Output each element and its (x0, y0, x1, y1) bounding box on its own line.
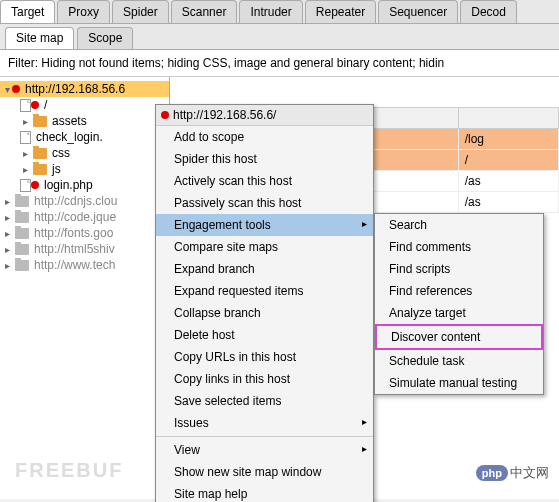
vuln-dot-icon (31, 181, 39, 189)
menu-compare-sitemaps[interactable]: Compare site maps (156, 236, 373, 258)
php-badge: php 中文网 (476, 464, 549, 482)
vuln-dot-icon (31, 101, 39, 109)
menu-separator (156, 436, 373, 437)
tree-item[interactable]: ▸ assets (0, 113, 169, 129)
tree-label: js (52, 162, 61, 176)
menu-title: http://192.168.56.6/ (156, 105, 373, 126)
menu-expand-branch[interactable]: Expand branch (156, 258, 373, 280)
col-path[interactable] (458, 108, 558, 129)
menu-sitemap-help[interactable]: Site map help (156, 483, 373, 502)
tab-proxy[interactable]: Proxy (57, 0, 110, 23)
submenu-find-comments[interactable]: Find comments (375, 236, 543, 258)
tree-label: http://cdnjs.clou (34, 194, 117, 208)
expand-icon[interactable]: ▸ (2, 260, 12, 271)
menu-spider-host[interactable]: Spider this host (156, 148, 373, 170)
tab-spider[interactable]: Spider (112, 0, 169, 23)
watermark: FREEBUF (15, 459, 123, 482)
submenu-find-scripts[interactable]: Find scripts (375, 258, 543, 280)
tab-sequencer[interactable]: Sequencer (378, 0, 458, 23)
tree-label: http://www.tech (34, 258, 115, 272)
tree-item[interactable]: ▸ css (0, 145, 169, 161)
filter-bar[interactable]: Filter: Hiding not found items; hiding C… (0, 50, 559, 77)
file-icon (20, 131, 31, 144)
expand-icon[interactable]: ▸ (2, 244, 12, 255)
tree-label: assets (52, 114, 87, 128)
folder-icon (15, 260, 29, 271)
folder-icon (33, 116, 47, 127)
expand-icon[interactable]: ▸ (20, 164, 30, 175)
tree-label: login.php (44, 178, 93, 192)
folder-icon (15, 228, 29, 239)
submenu-find-references[interactable]: Find references (375, 280, 543, 302)
tree-host[interactable]: ▸ http://cdnjs.clou (0, 193, 169, 209)
folder-icon (15, 196, 29, 207)
tree-label: http://html5shiv (34, 242, 115, 256)
tree-item[interactable]: login.php (0, 177, 169, 193)
menu-save-selected[interactable]: Save selected items (156, 390, 373, 412)
tree-host[interactable]: ▸ http://www.tech (0, 257, 169, 273)
expand-icon[interactable]: ▸ (2, 196, 12, 207)
expand-icon[interactable]: ▸ (2, 212, 12, 223)
submenu-discover-content[interactable]: Discover content (375, 324, 543, 350)
menu-new-sitemap-window[interactable]: Show new site map window (156, 461, 373, 483)
tab-target[interactable]: Target (0, 0, 55, 23)
menu-copy-links[interactable]: Copy links in this host (156, 368, 373, 390)
tab-sitemap[interactable]: Site map (5, 27, 74, 49)
tab-intruder[interactable]: Intruder (239, 0, 302, 23)
vuln-dot-icon (12, 85, 20, 93)
menu-issues[interactable]: Issues (156, 412, 373, 434)
menu-delete-host[interactable]: Delete host (156, 324, 373, 346)
engagement-submenu: Search Find comments Find scripts Find r… (374, 213, 544, 395)
tree-label: css (52, 146, 70, 160)
tree-host[interactable]: ▸ http://fonts.goo (0, 225, 169, 241)
expand-icon[interactable]: ▸ (2, 228, 12, 239)
folder-icon (33, 148, 47, 159)
tree-label: http://fonts.goo (34, 226, 113, 240)
sub-tabs: Site map Scope (0, 24, 559, 50)
expand-icon[interactable]: ▸ (20, 116, 30, 127)
tab-scope[interactable]: Scope (77, 27, 133, 49)
main-tabs: Target Proxy Spider Scanner Intruder Rep… (0, 0, 559, 24)
menu-add-to-scope[interactable]: Add to scope (156, 126, 373, 148)
submenu-simulate-manual[interactable]: Simulate manual testing (375, 372, 543, 394)
file-icon (20, 179, 31, 192)
tree-host[interactable]: ▸ http://html5shiv (0, 241, 169, 257)
submenu-schedule-task[interactable]: Schedule task (375, 350, 543, 372)
tree-item[interactable]: check_login. (0, 129, 169, 145)
vuln-dot-icon (161, 111, 169, 119)
menu-passive-scan[interactable]: Passively scan this host (156, 192, 373, 214)
folder-icon (33, 164, 47, 175)
file-icon (20, 99, 31, 112)
php-badge-text: 中文网 (510, 464, 549, 482)
tab-scanner[interactable]: Scanner (171, 0, 238, 23)
tree-label: http://code.jque (34, 210, 116, 224)
php-logo-icon: php (476, 465, 508, 481)
menu-collapse-branch[interactable]: Collapse branch (156, 302, 373, 324)
tree-label: http://192.168.56.6 (25, 82, 125, 96)
submenu-analyze-target[interactable]: Analyze target (375, 302, 543, 324)
site-tree: ▾ http://192.168.56.6 / ▸ assets check_l… (0, 77, 170, 499)
collapse-icon[interactable]: ▾ (2, 84, 12, 95)
context-menu: http://192.168.56.6/ Add to scope Spider… (155, 104, 374, 502)
tree-label: check_login. (36, 130, 103, 144)
tab-decoder[interactable]: Decod (460, 0, 517, 23)
expand-icon[interactable]: ▸ (20, 148, 30, 159)
menu-expand-requested[interactable]: Expand requested items (156, 280, 373, 302)
tree-item[interactable]: ▸ js (0, 161, 169, 177)
folder-icon (15, 212, 29, 223)
folder-icon (15, 244, 29, 255)
menu-copy-urls[interactable]: Copy URLs in this host (156, 346, 373, 368)
tab-repeater[interactable]: Repeater (305, 0, 376, 23)
tree-root[interactable]: ▾ http://192.168.56.6 (0, 81, 169, 97)
menu-engagement-tools[interactable]: Engagement tools (156, 214, 373, 236)
menu-view[interactable]: View (156, 439, 373, 461)
menu-active-scan[interactable]: Actively scan this host (156, 170, 373, 192)
tree-host[interactable]: ▸ http://code.jque (0, 209, 169, 225)
tree-label: / (44, 98, 47, 112)
submenu-search[interactable]: Search (375, 214, 543, 236)
tree-item[interactable]: / (0, 97, 169, 113)
